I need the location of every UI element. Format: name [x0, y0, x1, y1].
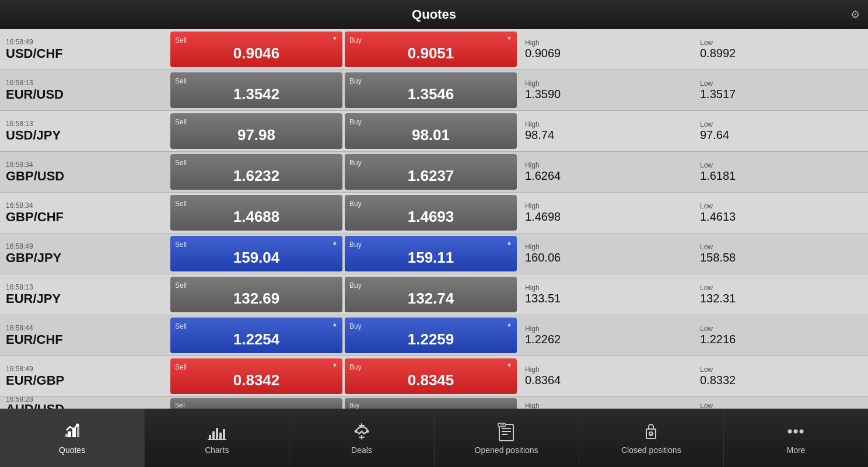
high-label: High — [525, 325, 693, 333]
nav-label-quotes: Quotes — [59, 445, 85, 455]
sell-box[interactable]: Sell 0.9046 ▼ — [170, 32, 342, 67]
quotes-icon — [62, 421, 83, 442]
sell-value: 1.2254 — [175, 330, 338, 348]
nav-item-charts[interactable]: Charts — [145, 409, 289, 467]
sell-value: 97.98 — [175, 126, 338, 144]
quote-row[interactable]: 16:58:34 GBP/CHF Sell 1.4688 Buy 1.4693 … — [0, 193, 868, 234]
low-label: Low — [700, 284, 868, 292]
nav-item-opened-positions[interactable]: Opened positions — [435, 409, 579, 467]
buy-box[interactable]: Buy 98.01 — [345, 113, 517, 149]
svg-point-22 — [794, 430, 798, 434]
quote-row[interactable]: 16:58:13 USD/JPY Sell 97.98 Buy 98.01 Hi… — [0, 111, 868, 152]
buy-box[interactable]: Buy — [345, 398, 517, 409]
symbol-label: EUR/JPY — [6, 291, 169, 306]
time-label: 16:58:34 — [6, 201, 169, 210]
sell-box[interactable]: Sell 132.69 — [170, 277, 342, 312]
high-cell: High 1.2262 — [518, 315, 693, 356]
buy-value: 98.01 — [349, 126, 512, 144]
sell-arrow: ▲ — [332, 321, 338, 327]
quote-row[interactable]: 16:58:34 GBP/USD Sell 1.6232 Buy 1.6237 … — [0, 152, 868, 193]
high-label: High — [525, 161, 693, 169]
quote-row[interactable]: 16:58:28 AUD/USD Sell Buy High Low — [0, 397, 868, 409]
high-cell: High 1.3590 — [518, 70, 693, 110]
sell-label: Sell — [175, 241, 338, 249]
low-value: 1.3517 — [700, 88, 868, 101]
sell-value: 132.69 — [175, 290, 338, 308]
time-symbol-cell: 16:58:44 EUR/CHF — [0, 315, 169, 356]
high-cell: High 133.51 — [518, 274, 693, 315]
sell-label: Sell — [175, 159, 338, 167]
quote-row[interactable]: 16:58:49 USD/CHF Sell 0.9046 ▼ Buy 0.905… — [0, 29, 868, 70]
high-cell: High 0.8364 — [518, 356, 693, 396]
buy-box[interactable]: Buy 0.8345 ▼ — [345, 358, 517, 394]
quote-row[interactable]: 16:58:49 EUR/GBP Sell 0.8342 ▼ Buy 0.834… — [0, 356, 868, 397]
quote-row[interactable]: 16:58:49 GBP/JPY Sell 159.04 ▲ Buy 159.1… — [0, 234, 868, 274]
high-label: High — [525, 79, 693, 88]
buy-arrow: ▲ — [506, 321, 512, 327]
sell-box[interactable]: Sell 1.2254 ▲ — [170, 318, 342, 353]
time-symbol-cell: 16:58:34 GBP/USD — [0, 152, 169, 192]
svg-rect-7 — [219, 433, 222, 440]
buy-label: Buy — [349, 36, 512, 44]
low-cell: Low 0.8332 — [693, 356, 868, 396]
nav-label-opened-positions: Opened positions — [475, 445, 538, 455]
svg-rect-4 — [209, 435, 211, 440]
time-symbol-cell: 16:58:49 EUR/GBP — [0, 356, 169, 396]
high-cell: High 160.06 — [518, 234, 693, 274]
sell-box[interactable]: Sell 1.3542 — [170, 72, 342, 108]
bottom-navigation: Quotes Charts Deals — [0, 409, 868, 467]
svg-marker-0 — [68, 431, 71, 437]
buy-label: Buy — [349, 200, 512, 208]
time-symbol-cell: 16:58:13 EUR/USD — [0, 70, 169, 110]
buy-box[interactable]: Buy 1.2259 ▲ — [345, 318, 517, 353]
high-cell: High 1.6264 — [518, 152, 693, 192]
low-label: Low — [700, 365, 868, 374]
sell-box[interactable]: Sell 1.4688 — [170, 195, 342, 231]
buy-value: 132.74 — [349, 290, 512, 308]
sell-box[interactable]: Sell 0.8342 ▼ — [170, 358, 342, 394]
sell-box[interactable]: Sell 159.04 ▲ — [170, 236, 342, 271]
quote-row[interactable]: 16:58:44 EUR/CHF Sell 1.2254 ▲ Buy 1.225… — [0, 315, 868, 356]
svg-marker-3 — [77, 426, 79, 437]
nav-label-deals: Deals — [351, 445, 372, 455]
high-label: High — [525, 39, 693, 47]
buy-box[interactable]: Buy 0.9051 ▼ — [345, 32, 517, 67]
sell-box[interactable]: Sell 1.6232 — [170, 154, 342, 190]
nav-item-closed-positions[interactable]: Closed positions — [579, 409, 724, 467]
time-label: 16:58:44 — [6, 324, 169, 332]
sell-box[interactable]: Sell 97.98 — [170, 113, 342, 149]
nav-item-quotes[interactable]: Quotes — [0, 409, 145, 467]
low-value: 97.64 — [700, 128, 868, 142]
buy-value: 159.11 — [349, 249, 512, 267]
low-value: 1.4613 — [700, 210, 868, 224]
buy-box[interactable]: Buy 1.6237 — [345, 154, 517, 190]
high-cell: High 0.9069 — [518, 29, 693, 69]
buy-label: Buy — [349, 281, 512, 290]
high-value: 98.74 — [525, 128, 693, 142]
opened-positions-icon — [496, 421, 517, 442]
buy-box[interactable]: Buy 159.11 ▲ — [345, 236, 517, 271]
buy-label: Buy — [349, 402, 512, 409]
buy-box[interactable]: Buy 1.4693 — [345, 195, 517, 231]
quote-row[interactable]: 16:58:13 EUR/JPY Sell 132.69 Buy 132.74 … — [0, 274, 868, 315]
high-value: 1.4698 — [525, 210, 693, 224]
sell-box[interactable]: Sell — [170, 398, 342, 409]
quote-row[interactable]: 16:58:13 EUR/USD Sell 1.3542 Buy 1.3546 … — [0, 70, 868, 111]
low-label: Low — [700, 120, 868, 128]
settings-icon[interactable]: ⚙ — [850, 8, 860, 21]
high-cell: High 98.74 — [518, 111, 693, 151]
sell-label: Sell — [175, 77, 338, 85]
low-label: Low — [700, 325, 868, 333]
low-cell: Low — [693, 397, 868, 409]
buy-label: Buy — [349, 159, 512, 167]
nav-item-more[interactable]: More — [724, 409, 868, 467]
buy-box[interactable]: Buy 132.74 — [345, 277, 517, 312]
nav-item-deals[interactable]: Deals — [289, 409, 434, 467]
closed-positions-icon — [640, 421, 662, 442]
sell-arrow: ▲ — [332, 239, 338, 246]
high-value: 1.3590 — [525, 88, 693, 101]
svg-marker-2 — [65, 434, 68, 437]
high-label: High — [525, 402, 693, 409]
low-cell: Low 132.31 — [693, 274, 868, 315]
buy-box[interactable]: Buy 1.3546 — [345, 72, 517, 108]
